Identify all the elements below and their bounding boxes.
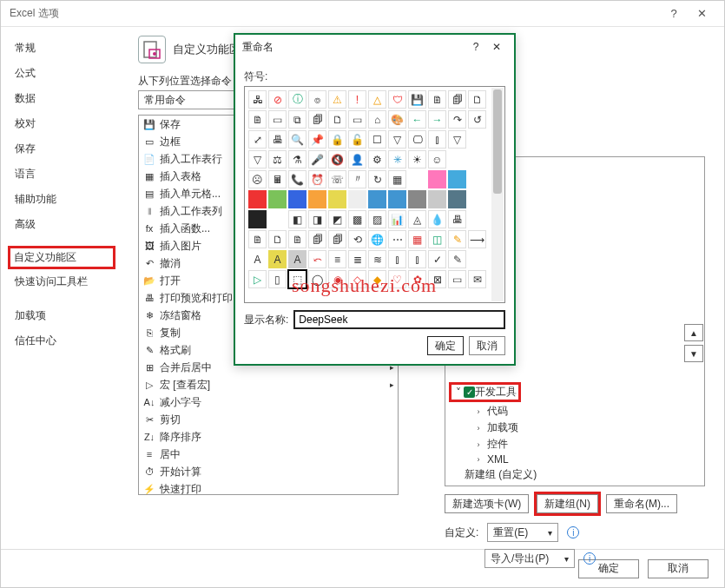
symbol-cell[interactable]: ▩ (348, 210, 366, 228)
symbol-cell[interactable] (308, 190, 326, 208)
symbol-cell[interactable]: 🗎 (248, 230, 267, 248)
symbol-cell[interactable]: ◇ (348, 270, 366, 288)
tree-node-child[interactable]: ›控件 (449, 436, 701, 453)
symbol-cell[interactable]: ≡ (328, 250, 346, 268)
symbol-cell[interactable]: 🖵 (408, 130, 426, 149)
symbol-cell[interactable]: 💾 (408, 90, 426, 109)
rename-help-button[interactable]: ? (465, 41, 486, 53)
display-name-input[interactable] (293, 310, 505, 329)
symbol-cell[interactable]: 💧 (428, 210, 446, 228)
tree-node-dev-tools[interactable]: ˅✓开发工具 (449, 381, 701, 403)
symbol-cell[interactable]: 🔍 (288, 130, 306, 149)
symbol-cell[interactable]: ⓘ (288, 90, 306, 109)
symbol-cell[interactable]: ◯ (308, 270, 326, 288)
symbol-cell[interactable]: ⚖ (268, 150, 287, 168)
symbol-cell[interactable]: ⚠ (328, 90, 346, 109)
command-item[interactable]: A↓减小字号 (139, 393, 398, 411)
symbol-cell[interactable]: 🗋 (328, 110, 346, 129)
reset-combo[interactable]: 重置(E)▾ (487, 523, 558, 542)
symbol-cell[interactable] (428, 170, 446, 188)
symbol-cell[interactable]: ↷ (448, 110, 466, 129)
symbol-cell[interactable]: 📊 (388, 210, 406, 228)
symbol-cell[interactable]: ▽ (248, 150, 267, 168)
symbol-grid[interactable]: 🖧⊘ⓘ⌾⚠!△🛡💾🗎🗐🗋🗎▭⧉🗐🗋▭⌂🎨←→↷↺⤢🖶🔍📌🔒🔓☐▽🖵⫿▽▽⚖⚗🎤🔇… (244, 86, 505, 303)
symbol-cell[interactable]: 🛡 (388, 90, 406, 109)
symbol-cell[interactable]: 🖶 (448, 210, 466, 228)
rename-ok-button[interactable]: 确定 (427, 336, 464, 355)
symbol-cell[interactable]: ⟲ (348, 230, 366, 248)
new-tab-button[interactable]: 新建选项卡(W) (445, 494, 529, 513)
symbol-cell[interactable]: ⋯ (388, 230, 406, 248)
symbol-cell[interactable]: → (428, 110, 446, 129)
symbol-cell[interactable]: 🎨 (388, 110, 406, 129)
symbol-cell[interactable] (348, 190, 366, 208)
symbol-cell[interactable]: 🗎 (248, 110, 267, 129)
symbol-cell[interactable] (288, 190, 306, 208)
symbol-cell[interactable] (368, 190, 386, 208)
symbol-cell[interactable]: ⊠ (428, 270, 446, 288)
symbol-cell[interactable]: 🗎 (288, 230, 306, 248)
symbol-cell[interactable]: 👤 (348, 150, 366, 168)
sidebar-item-0[interactable]: 常规 (8, 36, 115, 61)
symbol-cell[interactable]: ◨ (308, 210, 326, 228)
symbol-cell[interactable]: ⚙ (368, 150, 386, 168)
rename-cancel-button[interactable]: 取消 (469, 336, 505, 355)
symbol-cell[interactable]: A (288, 250, 306, 268)
symbol-cell[interactable]: ▽ (448, 130, 466, 149)
symbol-cell[interactable]: ⚗ (288, 150, 306, 168)
sidebar-item-10[interactable]: 加载项 (8, 303, 115, 328)
symbol-cell[interactable]: ✉ (468, 270, 486, 288)
symbol-cell[interactable]: ▭ (348, 110, 366, 129)
command-item[interactable]: ▷宏 [查看宏] ▸ (139, 376, 398, 393)
symbol-cell[interactable]: ← (408, 110, 426, 129)
symbol-cell[interactable]: ↻ (368, 170, 386, 188)
symbol-cell[interactable] (428, 190, 446, 208)
symbol-cell[interactable]: ⫿ (408, 250, 426, 268)
symbol-cell[interactable] (408, 190, 426, 208)
symbol-cell[interactable]: ⫿ (428, 130, 446, 149)
symbol-cell[interactable]: 🗋 (468, 90, 486, 109)
symbol-cell[interactable]: ✳ (388, 150, 406, 168)
symbol-cell[interactable]: ▦ (408, 230, 426, 248)
command-item[interactable]: Z↓降序排序 (139, 428, 398, 446)
info-icon[interactable]: i (567, 526, 579, 538)
import-export-combo[interactable]: 导入/导出(P)▾ (484, 549, 575, 568)
tree-node-new-group[interactable]: 新建组 (自定义) (449, 466, 701, 483)
symbol-cell[interactable]: 🖶 (268, 130, 287, 149)
symbol-cell[interactable]: ♡ (388, 270, 406, 288)
symbol-cell[interactable] (268, 190, 287, 208)
symbol-cell[interactable]: ⬚ (288, 270, 306, 288)
symbol-cell[interactable]: A (248, 250, 267, 268)
symbol-cell[interactable]: ◉ (328, 270, 346, 288)
symbol-cell[interactable]: ▯ (268, 270, 287, 288)
symbol-cell[interactable] (388, 190, 406, 208)
symbol-cell[interactable]: ✎ (448, 230, 466, 248)
command-item[interactable]: ≡居中 (139, 446, 398, 463)
symbol-cell[interactable]: ⧉ (288, 110, 306, 129)
sidebar-item-11[interactable]: 信任中心 (8, 328, 115, 353)
symbol-cell[interactable]: 🔇 (328, 150, 346, 168)
symbol-cell[interactable]: ⊘ (268, 90, 287, 109)
symbol-cell[interactable]: 🌐 (368, 230, 386, 248)
tree-node-child[interactable]: ›加载项 (449, 420, 701, 436)
symbol-cell[interactable]: 🖩 (268, 170, 287, 188)
info-icon[interactable]: i (583, 552, 596, 565)
symbol-cell[interactable]: ⤺ (308, 250, 326, 268)
symbol-cell[interactable]: ▦ (388, 170, 406, 188)
symbol-cell[interactable] (448, 190, 466, 208)
command-item[interactable]: ⚡快速打印 (139, 480, 398, 495)
symbol-cell[interactable]: ▨ (368, 210, 386, 228)
symbol-cell[interactable]: ◩ (328, 210, 346, 228)
sidebar-item-9[interactable]: 快速访问工具栏 (8, 269, 115, 294)
symbol-cell[interactable]: ◬ (408, 210, 426, 228)
symbol-cell[interactable]: 🎤 (308, 150, 326, 168)
symbol-cell[interactable]: 🗋 (268, 230, 287, 248)
command-item[interactable]: ✂剪切 (139, 411, 398, 428)
sidebar-item-7[interactable]: 高级 (8, 212, 115, 237)
symbol-cell[interactable]: A (268, 250, 287, 268)
symbol-cell[interactable]: ✎ (448, 250, 466, 268)
move-up-button[interactable]: ▲ (684, 324, 703, 341)
symbol-cell[interactable]: 🗐 (328, 230, 346, 248)
close-button[interactable]: ✕ (688, 1, 715, 27)
command-item[interactable]: ⏱开始计算 (139, 463, 398, 480)
